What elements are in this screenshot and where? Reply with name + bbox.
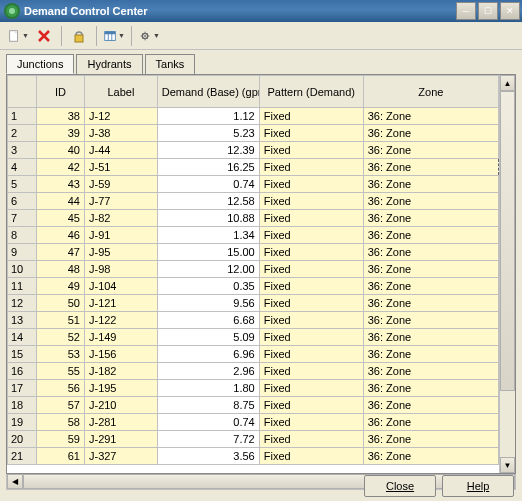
row-number[interactable]: 4 xyxy=(8,159,37,176)
vertical-scrollbar[interactable]: ▲ ▼ xyxy=(499,75,515,473)
cell-id[interactable]: 55 xyxy=(37,363,85,380)
row-number[interactable]: 18 xyxy=(8,397,37,414)
cell-zone[interactable]: 36: Zone xyxy=(363,363,498,380)
table-row[interactable]: 644J-7712.58Fixed36: Zone xyxy=(8,193,499,210)
row-number[interactable]: 14 xyxy=(8,329,37,346)
cell-pattern[interactable]: Fixed xyxy=(259,295,363,312)
row-number[interactable]: 16 xyxy=(8,363,37,380)
cell-pattern[interactable]: Fixed xyxy=(259,414,363,431)
table-row[interactable]: 1351J-1226.68Fixed36: Zone xyxy=(8,312,499,329)
cell-id[interactable]: 50 xyxy=(37,295,85,312)
cell-demand[interactable]: 16.25 xyxy=(157,159,259,176)
cell-pattern[interactable]: Fixed xyxy=(259,125,363,142)
cell-pattern[interactable]: Fixed xyxy=(259,329,363,346)
cell-id[interactable]: 45 xyxy=(37,210,85,227)
cell-demand[interactable]: 12.39 xyxy=(157,142,259,159)
cell-pattern[interactable]: Fixed xyxy=(259,244,363,261)
cell-pattern[interactable]: Fixed xyxy=(259,193,363,210)
cell-demand[interactable]: 5.23 xyxy=(157,125,259,142)
cell-id[interactable]: 56 xyxy=(37,380,85,397)
cell-pattern[interactable]: Fixed xyxy=(259,210,363,227)
cell-demand[interactable]: 3.56 xyxy=(157,448,259,465)
table-row[interactable]: 1857J-2108.75Fixed36: Zone xyxy=(8,397,499,414)
cell-demand[interactable]: 2.96 xyxy=(157,363,259,380)
cell-zone[interactable]: 36: Zone xyxy=(363,193,498,210)
cell-zone[interactable]: 36: Zone xyxy=(363,125,498,142)
cell-demand[interactable]: 0.35 xyxy=(157,278,259,295)
table-row[interactable]: 1958J-2810.74Fixed36: Zone xyxy=(8,414,499,431)
cell-label[interactable]: J-51 xyxy=(84,159,157,176)
cell-pattern[interactable]: Fixed xyxy=(259,142,363,159)
cell-demand[interactable]: 7.72 xyxy=(157,431,259,448)
row-number[interactable]: 7 xyxy=(8,210,37,227)
cell-demand[interactable]: 1.34 xyxy=(157,227,259,244)
cell-demand[interactable]: 1.12 xyxy=(157,108,259,125)
row-number[interactable]: 9 xyxy=(8,244,37,261)
tab-junctions[interactable]: Junctions xyxy=(6,54,74,74)
cell-zone[interactable]: 36: Zone xyxy=(363,210,498,227)
cell-demand[interactable]: 12.58 xyxy=(157,193,259,210)
row-number[interactable]: 19 xyxy=(8,414,37,431)
row-number[interactable]: 3 xyxy=(8,142,37,159)
cell-zone[interactable]: 36: Zone xyxy=(363,312,498,329)
row-number[interactable]: 21 xyxy=(8,448,37,465)
cell-id[interactable]: 57 xyxy=(37,397,85,414)
cell-id[interactable]: 47 xyxy=(37,244,85,261)
cell-id[interactable]: 39 xyxy=(37,125,85,142)
cell-pattern[interactable]: Fixed xyxy=(259,278,363,295)
cell-id[interactable]: 59 xyxy=(37,431,85,448)
cell-zone[interactable]: 36: Zone xyxy=(363,448,498,465)
cell-zone[interactable]: 36: Zone xyxy=(363,397,498,414)
cell-label[interactable]: J-327 xyxy=(84,448,157,465)
lock-button[interactable] xyxy=(67,25,91,47)
row-number[interactable]: 10 xyxy=(8,261,37,278)
cell-id[interactable]: 58 xyxy=(37,414,85,431)
cell-zone[interactable]: 36: Zone xyxy=(363,414,498,431)
cell-label[interactable]: J-91 xyxy=(84,227,157,244)
cell-id[interactable]: 49 xyxy=(37,278,85,295)
table-button[interactable]: ▼ xyxy=(102,25,126,47)
cell-pattern[interactable]: Fixed xyxy=(259,346,363,363)
cell-label[interactable]: J-210 xyxy=(84,397,157,414)
tab-hydrants[interactable]: Hydrants xyxy=(76,54,142,74)
cell-pattern[interactable]: Fixed xyxy=(259,261,363,278)
col-header-id[interactable]: ID xyxy=(37,76,85,108)
cell-zone[interactable]: 36: Zone xyxy=(363,176,498,193)
delete-button[interactable] xyxy=(32,25,56,47)
cell-demand[interactable]: 6.68 xyxy=(157,312,259,329)
cell-demand[interactable]: 6.96 xyxy=(157,346,259,363)
cell-label[interactable]: J-195 xyxy=(84,380,157,397)
cell-pattern[interactable]: Fixed xyxy=(259,397,363,414)
table-row[interactable]: 947J-9515.00Fixed36: Zone xyxy=(8,244,499,261)
cell-demand[interactable]: 5.09 xyxy=(157,329,259,346)
cell-demand[interactable]: 0.74 xyxy=(157,414,259,431)
table-row[interactable]: 2059J-2917.72Fixed36: Zone xyxy=(8,431,499,448)
cell-zone[interactable]: 36: Zone xyxy=(363,159,498,176)
cell-label[interactable]: J-12 xyxy=(84,108,157,125)
maximize-button[interactable]: ☐ xyxy=(478,2,498,20)
row-number[interactable]: 5 xyxy=(8,176,37,193)
cell-label[interactable]: J-149 xyxy=(84,329,157,346)
row-number[interactable]: 17 xyxy=(8,380,37,397)
scroll-down-button[interactable]: ▼ xyxy=(500,457,515,473)
table-row[interactable]: 239J-385.23Fixed36: Zone xyxy=(8,125,499,142)
table-row[interactable]: 340J-4412.39Fixed36: Zone xyxy=(8,142,499,159)
cell-zone[interactable]: 36: Zone xyxy=(363,227,498,244)
cell-label[interactable]: J-82 xyxy=(84,210,157,227)
cell-label[interactable]: J-98 xyxy=(84,261,157,278)
cell-zone[interactable]: 36: Zone xyxy=(363,108,498,125)
row-number[interactable]: 2 xyxy=(8,125,37,142)
new-button[interactable]: ▼ xyxy=(6,25,30,47)
cell-label[interactable]: J-104 xyxy=(84,278,157,295)
table-row[interactable]: 1756J-1951.80Fixed36: Zone xyxy=(8,380,499,397)
cell-label[interactable]: J-281 xyxy=(84,414,157,431)
cell-id[interactable]: 51 xyxy=(37,312,85,329)
table-row[interactable]: 1452J-1495.09Fixed36: Zone xyxy=(8,329,499,346)
cell-id[interactable]: 52 xyxy=(37,329,85,346)
cell-id[interactable]: 48 xyxy=(37,261,85,278)
cell-zone[interactable]: 36: Zone xyxy=(363,431,498,448)
scroll-left-button[interactable]: ◀ xyxy=(7,474,23,489)
cell-demand[interactable]: 12.00 xyxy=(157,261,259,278)
cell-label[interactable]: J-156 xyxy=(84,346,157,363)
cell-pattern[interactable]: Fixed xyxy=(259,108,363,125)
